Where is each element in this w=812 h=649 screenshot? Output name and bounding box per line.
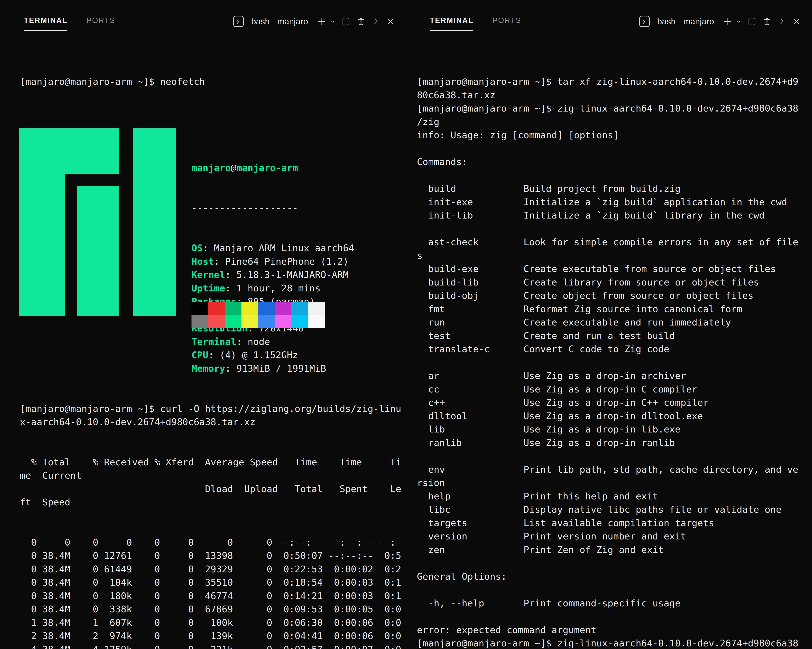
terminal-line: env Print lib path, std path, cache dire… (417, 463, 812, 476)
manjaro-logo-top-bar (19, 128, 119, 174)
neofetch-user-host: manjaro@manjaro-arm (191, 161, 354, 175)
zig-help-output: [manjaro@manjaro-arm ~]$ tar xf zig-linu… (417, 75, 812, 649)
terminal-icon-glyph: ❯ (642, 18, 646, 24)
palette-swatch (241, 302, 258, 315)
terminal-line: ft Speed (20, 495, 406, 509)
terminal-line: error: expected command argument (417, 623, 812, 637)
terminal-icon: ❯ (234, 16, 244, 27)
terminal-line: General Options: (417, 570, 812, 583)
terminal-line (417, 142, 812, 155)
terminal-line: rsion (417, 476, 812, 489)
palette-swatch (208, 302, 225, 315)
terminal-icon-glyph: ❯ (236, 18, 240, 24)
terminal-line: 2 38.4M 2 974k 0 0 139k 0 0:04:41 0:00:0… (20, 629, 406, 643)
kill-terminal-trash-icon[interactable] (762, 17, 772, 26)
palette-swatch (308, 315, 325, 328)
tab-terminal[interactable]: TERMINAL (430, 16, 473, 31)
neofetch-field-value: Manjaro ARM Linux aarch64 (214, 242, 354, 253)
palette-swatch (308, 302, 325, 315)
neofetch-field: Host: Pine64 PinePhone (1.2) (191, 255, 354, 268)
neofetch-field-separator: : (208, 349, 220, 360)
palette-swatch (258, 302, 275, 315)
terminal-line: init-lib Initialize a `zig build` librar… (417, 209, 812, 222)
terminal-line: -h, --help Print command-specific usage (417, 597, 812, 610)
terminal-output-right: [manjaro@manjaro-arm ~]$ tar xf zig-linu… (406, 48, 812, 649)
terminal-line (417, 356, 812, 369)
palette-swatch (275, 302, 292, 315)
terminal-line: init-exe Initialize a `zig build` applic… (417, 195, 812, 209)
palette-swatch (208, 315, 225, 328)
palette-swatch (191, 302, 208, 315)
terminal-line: version Print version number and exit (417, 530, 812, 543)
neofetch-field: OS: Manjaro ARM Linux aarch64 (191, 241, 354, 255)
manjaro-logo (19, 128, 176, 316)
neofetch-field-separator: : (236, 336, 247, 347)
launch-profile-chevron-down-icon[interactable] (330, 18, 336, 24)
neofetch-field: Terminal: node (191, 335, 354, 349)
neofetch-divider: ------------------- (191, 201, 354, 215)
terminal-line: run Create executable and run immediatel… (417, 315, 812, 329)
tab-ports[interactable]: PORTS (492, 16, 521, 31)
terminal-line: zen Print Zen of Zig and exit (417, 543, 812, 556)
palette-swatch (275, 315, 292, 328)
neofetch-field-label: Uptime (191, 283, 225, 294)
terminal-line: ast-check Look for simple compile errors… (417, 235, 812, 249)
curl-progress-rows: 0 0 0 0 0 0 0 0 --:--:-- --:--:-- --:- 0… (20, 536, 406, 649)
palette-swatch (191, 315, 208, 328)
close-panel-x-icon[interactable] (386, 17, 395, 26)
close-panel-x-icon[interactable] (792, 17, 801, 26)
neofetch-field-label: Host (191, 256, 214, 267)
terminal-line: build Build project from build.zig (417, 182, 812, 195)
terminal-line (417, 610, 812, 623)
palette-swatch (225, 315, 241, 328)
split-terminal-icon[interactable] (341, 17, 351, 26)
terminal-line: fmt Reformat Zig source into canonical f… (417, 302, 812, 316)
new-terminal-plus-icon[interactable] (317, 17, 326, 26)
neofetch-at: @ (231, 162, 236, 173)
prompt-line: [manjaro@manjaro-arm ~]$ neofetch (20, 75, 406, 88)
kill-terminal-trash-icon[interactable] (356, 17, 366, 26)
neofetch-field-label: Memory (191, 363, 225, 374)
terminal-line: cc Use Zig as a drop-in C compiler (417, 382, 812, 396)
terminal-line: targets List available compilation targe… (417, 516, 812, 530)
terminal-session-label[interactable]: bash - manjaro (251, 17, 308, 26)
terminal-panel-header: TERMINAL PORTS ❯ bash - manjaro (406, 0, 812, 47)
terminal-line: libc Display native libc paths file or v… (417, 503, 812, 516)
terminal-line (417, 169, 812, 182)
neofetch-field-value: node (247, 336, 270, 347)
split-terminal-icon[interactable] (747, 17, 757, 26)
terminal-line: /zig (417, 115, 812, 129)
palette-row-bright (191, 315, 325, 328)
terminal-line: build-lib Create library from source or … (417, 276, 812, 289)
neofetch-field-value: Pine64 PinePhone (1.2) (225, 256, 349, 267)
terminal-line: 0 38.4M 0 61449 0 0 29329 0 0:22:53 0:00… (20, 562, 406, 576)
launch-profile-chevron-down-icon[interactable] (736, 18, 742, 24)
terminal-line: [manjaro@manjaro-arm ~]$ tar xf zig-linu… (417, 75, 812, 88)
terminal-line: ar Use Zig as a drop-in archiver (417, 369, 812, 382)
neofetch-field-label: OS (191, 242, 203, 253)
neofetch-field-label: Kernel (191, 269, 225, 280)
terminal-session-label[interactable]: bash - manjaro (657, 17, 714, 26)
terminal-line: 0 38.4M 0 12761 0 0 13398 0 0:50:07 --:-… (20, 549, 406, 562)
terminal-color-palette (191, 302, 325, 328)
terminal-line: build-exe Create executable from source … (417, 262, 812, 276)
neofetch-info: manjaro@manjaro-arm ------------------- … (191, 134, 354, 402)
maximize-panel-chevron-right-icon[interactable] (371, 17, 380, 26)
neofetch-field: CPU: (4) @ 1.152GHz (191, 348, 354, 362)
tab-ports[interactable]: PORTS (86, 16, 115, 31)
new-terminal-plus-icon[interactable] (723, 17, 732, 26)
neofetch-user: manjaro (191, 162, 231, 173)
neofetch-field-separator: : (225, 269, 237, 280)
terminal-line (417, 556, 812, 570)
terminal-line: 0 38.4M 0 104k 0 0 35510 0 0:18:54 0:00:… (20, 576, 406, 589)
terminal-line: % Total % Received % Xferd Average Speed… (20, 456, 406, 469)
maximize-panel-chevron-right-icon[interactable] (777, 17, 786, 26)
terminal-line: lib Use Zig as a drop-in lib.exe (417, 422, 812, 436)
manjaro-logo-middle-bar (77, 186, 119, 316)
neofetch-field-separator: : (214, 256, 225, 267)
palette-swatch (225, 302, 241, 315)
tab-terminal[interactable]: TERMINAL (24, 16, 67, 31)
neofetch-field-value: (4) @ 1.152GHz (220, 349, 298, 360)
curl-command-lines: [manjaro@manjaro-arm ~]$ curl -O https:/… (20, 402, 406, 429)
terminal-actions: ❯ bash - manjaro (640, 16, 801, 27)
